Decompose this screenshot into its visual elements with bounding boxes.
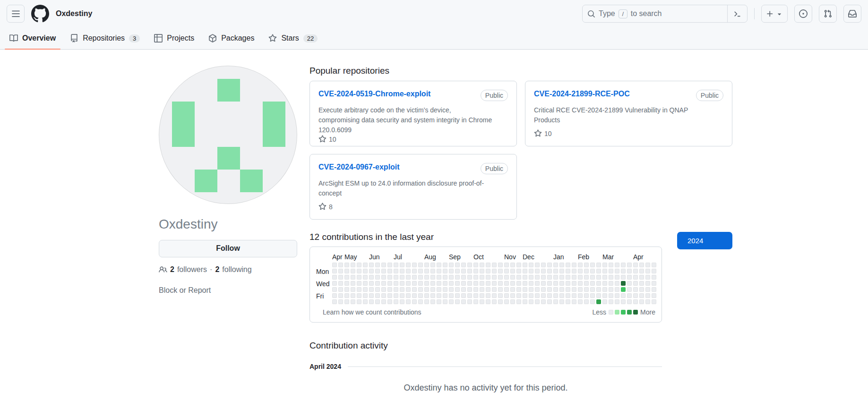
contribution-cell[interactable] — [375, 263, 380, 267]
contribution-cell[interactable] — [596, 299, 601, 304]
contribution-cell[interactable] — [437, 287, 441, 292]
contribution-cell[interactable] — [455, 269, 460, 273]
contribution-cell[interactable] — [369, 281, 374, 286]
contribution-cell[interactable] — [449, 299, 454, 304]
contribution-cell[interactable] — [498, 281, 503, 286]
contribution-cell[interactable] — [461, 269, 466, 273]
contribution-cell[interactable] — [449, 269, 454, 273]
contribution-cell[interactable] — [609, 281, 613, 286]
contribution-cell[interactable] — [480, 299, 484, 304]
tab-stars[interactable]: Stars 22 — [264, 27, 322, 49]
contribution-cell[interactable] — [449, 263, 454, 267]
contribution-cell[interactable] — [430, 281, 435, 286]
contribution-cell[interactable] — [461, 299, 466, 304]
contribution-cell[interactable] — [418, 263, 423, 267]
contribution-cell[interactable] — [480, 269, 484, 273]
repo-star-count[interactable]: 10 — [544, 130, 552, 137]
contribution-cell[interactable] — [523, 275, 527, 280]
contribution-cell[interactable] — [523, 281, 527, 286]
contribution-cell[interactable] — [590, 269, 595, 273]
contribution-cell[interactable] — [602, 299, 607, 304]
contribution-cell[interactable] — [627, 269, 632, 273]
contribution-cell[interactable] — [578, 299, 583, 304]
contribution-cell[interactable] — [553, 263, 558, 267]
contribution-cell[interactable] — [498, 299, 503, 304]
contribution-cell[interactable] — [412, 269, 417, 273]
contribution-cell[interactable] — [602, 263, 607, 267]
contribution-cell[interactable] — [645, 281, 650, 286]
contribution-cell[interactable] — [602, 287, 607, 292]
contribution-cell[interactable] — [437, 281, 441, 286]
contribution-cell[interactable] — [449, 287, 454, 292]
contribution-cell[interactable] — [590, 281, 595, 286]
contribution-cell[interactable] — [516, 293, 521, 298]
contribution-cell[interactable] — [387, 299, 392, 304]
contribution-cell[interactable] — [418, 275, 423, 280]
pull-requests-button[interactable] — [819, 5, 837, 23]
contribution-cell[interactable] — [584, 299, 589, 304]
contribution-cell[interactable] — [369, 287, 374, 292]
command-palette-icon[interactable] — [727, 5, 747, 22]
contribution-cell[interactable] — [615, 275, 619, 280]
contribution-cell[interactable] — [547, 281, 552, 286]
follow-button[interactable]: Follow — [159, 240, 297, 257]
contribution-cell[interactable] — [510, 287, 515, 292]
contribution-cell[interactable] — [455, 281, 460, 286]
contribution-cell[interactable] — [645, 287, 650, 292]
contribution-cell[interactable] — [633, 269, 638, 273]
contribution-cell[interactable] — [351, 281, 355, 286]
contribution-cell[interactable] — [357, 281, 361, 286]
contribution-cell[interactable] — [338, 275, 343, 280]
contribution-cell[interactable] — [449, 275, 454, 280]
repo-link[interactable]: CVE-2024-21899-RCE-POC — [534, 90, 630, 98]
contribution-cell[interactable] — [437, 299, 441, 304]
contribution-cell[interactable] — [590, 287, 595, 292]
contribution-cell[interactable] — [443, 299, 447, 304]
contribution-cell[interactable] — [566, 293, 570, 298]
contribution-cell[interactable] — [510, 269, 515, 273]
contribution-cell[interactable] — [541, 287, 546, 292]
contribution-cell[interactable] — [621, 287, 626, 292]
contribution-cell[interactable] — [609, 287, 613, 292]
contribution-cell[interactable] — [516, 281, 521, 286]
contribution-cell[interactable] — [338, 281, 343, 286]
avatar-identicon[interactable] — [159, 66, 297, 204]
contribution-cell[interactable] — [559, 281, 564, 286]
contribution-cell[interactable] — [363, 287, 368, 292]
contribution-cell[interactable] — [639, 281, 644, 286]
contribution-cell[interactable] — [357, 293, 361, 298]
contribution-cell[interactable] — [430, 293, 435, 298]
contribution-cell[interactable] — [621, 275, 626, 280]
contribution-cell[interactable] — [424, 299, 429, 304]
contribution-cell[interactable] — [443, 263, 447, 267]
contribution-cell[interactable] — [504, 269, 509, 273]
contribution-cell[interactable] — [406, 293, 411, 298]
contribution-cell[interactable] — [332, 281, 337, 286]
contribution-cell[interactable] — [578, 281, 583, 286]
contribution-cell[interactable] — [480, 293, 484, 298]
contribution-cell[interactable] — [627, 281, 632, 286]
contribution-cell[interactable] — [553, 299, 558, 304]
contribution-cell[interactable] — [566, 299, 570, 304]
repo-link[interactable]: CVE-2024-0967-exploit — [318, 163, 400, 171]
contribution-cell[interactable] — [437, 293, 441, 298]
contribution-cell[interactable] — [424, 293, 429, 298]
contribution-cell[interactable] — [406, 269, 411, 273]
contribution-cell[interactable] — [394, 263, 398, 267]
contribution-cell[interactable] — [516, 287, 521, 292]
contribution-cell[interactable] — [375, 281, 380, 286]
contribution-cell[interactable] — [351, 287, 355, 292]
contribution-cell[interactable] — [602, 275, 607, 280]
contribution-cell[interactable] — [344, 281, 349, 286]
contribution-cell[interactable] — [467, 299, 472, 304]
contribution-cell[interactable] — [516, 269, 521, 273]
contribution-cell[interactable] — [645, 275, 650, 280]
contribution-cell[interactable] — [498, 269, 503, 273]
contribution-cell[interactable] — [627, 263, 632, 267]
contribution-cell[interactable] — [351, 269, 355, 273]
contribution-cell[interactable] — [486, 299, 490, 304]
contribution-cell[interactable] — [584, 293, 589, 298]
contribution-cell[interactable] — [578, 287, 583, 292]
contribution-cell[interactable] — [523, 293, 527, 298]
contribution-cell[interactable] — [375, 287, 380, 292]
